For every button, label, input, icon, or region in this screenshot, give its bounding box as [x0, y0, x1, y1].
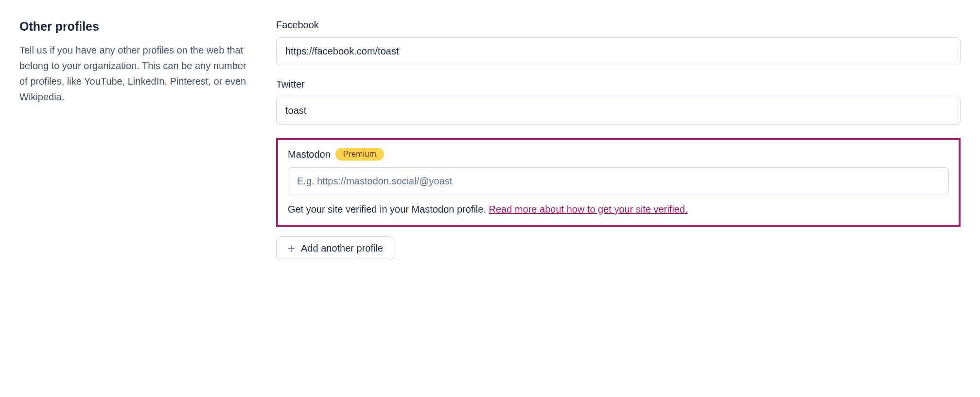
add-another-profile-button[interactable]: Add another profile [276, 236, 393, 260]
facebook-input[interactable] [276, 37, 961, 65]
premium-badge: Premium [335, 148, 384, 161]
mastodon-highlighted-block: Mastodon Premium Get your site verified … [276, 138, 961, 227]
twitter-label: Twitter [276, 79, 305, 90]
mastodon-field-group: Mastodon Premium Get your site verified … [288, 148, 949, 215]
facebook-field-group: Facebook [276, 19, 961, 65]
add-button-label: Add another profile [301, 243, 383, 254]
mastodon-hint-text: Get your site verified in your Mastodon … [288, 204, 489, 215]
mastodon-label: Mastodon [288, 149, 331, 160]
mastodon-hint: Get your site verified in your Mastodon … [288, 204, 949, 215]
mastodon-verify-link[interactable]: Read more about how to get your site ver… [489, 204, 688, 215]
section-info: Other profiles Tell us if you have any o… [19, 19, 253, 260]
facebook-label: Facebook [276, 19, 319, 31]
twitter-input[interactable] [276, 97, 961, 125]
section-title: Other profiles [19, 19, 253, 34]
twitter-field-group: Twitter [276, 79, 961, 125]
plus-icon [286, 244, 296, 253]
profile-fields: Facebook Twitter Mastodon Premium Get yo… [276, 19, 961, 260]
mastodon-input[interactable] [288, 167, 949, 195]
other-profiles-section: Other profiles Tell us if you have any o… [19, 19, 961, 260]
section-description: Tell us if you have any other profiles o… [19, 42, 253, 105]
